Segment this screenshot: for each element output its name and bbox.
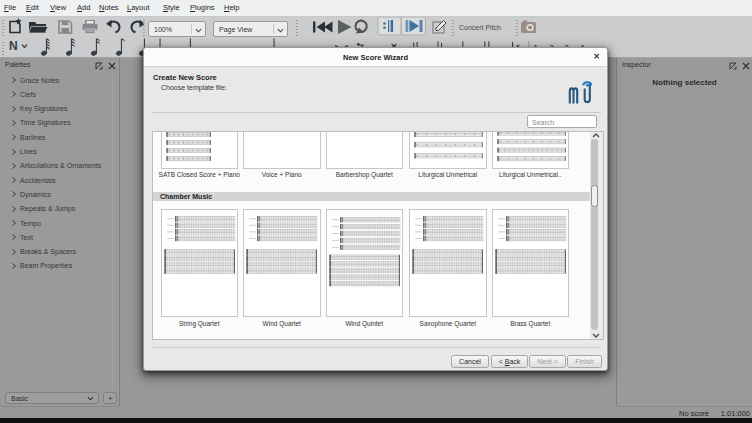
svg-text:N: N [9, 39, 18, 53]
